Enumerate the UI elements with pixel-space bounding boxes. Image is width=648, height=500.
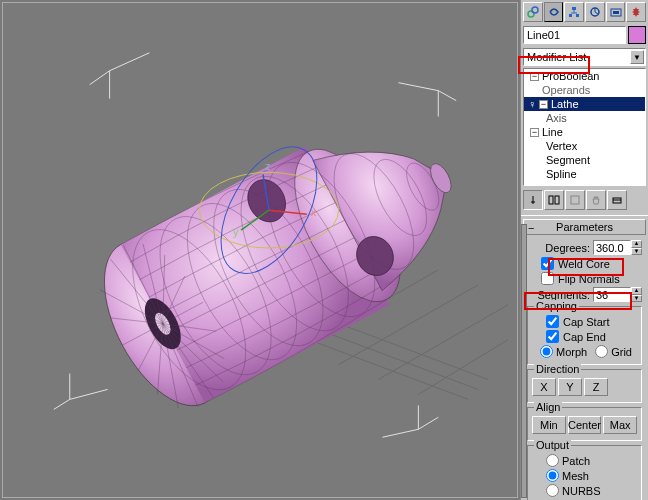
cap-end-row: Cap End [546, 330, 637, 343]
command-panel-tabs [521, 0, 648, 26]
direction-group: Direction X Y Z [527, 369, 642, 403]
degrees-input[interactable] [593, 240, 631, 255]
cap-start-row: Cap Start [546, 315, 637, 328]
hierarchy-tab-icon[interactable] [564, 2, 584, 22]
direction-x-button[interactable]: X [532, 378, 556, 396]
collapse-icon[interactable]: − [530, 72, 539, 81]
cap-start-checkbox[interactable] [546, 315, 559, 328]
svg-rect-57 [549, 196, 553, 204]
align-max-button[interactable]: Max [603, 416, 637, 434]
display-tab-icon[interactable] [606, 2, 626, 22]
stack-sub-segment[interactable]: Segment [524, 153, 645, 167]
stack-sub-operands[interactable]: Operands [524, 83, 645, 97]
grid-radio[interactable] [595, 345, 608, 358]
weld-core-checkbox[interactable] [541, 257, 554, 270]
svg-text:x: x [311, 206, 317, 218]
weld-core-row: Weld Core [541, 257, 642, 270]
svg-rect-53 [576, 14, 579, 17]
cap-end-checkbox[interactable] [546, 330, 559, 343]
flip-normals-checkbox[interactable] [541, 272, 554, 285]
mesh-radio[interactable] [546, 469, 559, 482]
direction-y-button[interactable]: Y [558, 378, 582, 396]
align-group: Align Min Center Max [527, 407, 642, 441]
stack-sub-axis[interactable]: Axis [524, 111, 645, 125]
svg-rect-51 [572, 7, 576, 10]
stack-sub-vertex[interactable]: Vertex [524, 139, 645, 153]
modifier-list-label: Modifier List [527, 51, 586, 63]
spinner-down-icon[interactable]: ▼ [631, 248, 642, 256]
svg-line-2 [329, 320, 488, 380]
nurbs-radio[interactable] [546, 484, 559, 497]
direction-z-button[interactable]: Z [584, 378, 608, 396]
parameters-rollout: − Parameters Degrees: ▲▼ Weld Core Flip … [523, 219, 646, 500]
panel-scrollbar[interactable] [521, 224, 527, 498]
parameters-rollout-header[interactable]: − Parameters [523, 219, 646, 235]
svg-rect-56 [613, 11, 619, 14]
svg-line-0 [309, 340, 468, 400]
svg-rect-52 [569, 14, 572, 17]
align-min-button[interactable]: Min [532, 416, 566, 434]
make-unique-icon[interactable] [565, 190, 585, 210]
pin-stack-icon[interactable] [523, 190, 543, 210]
segments-spinner[interactable]: ▲▼ [593, 287, 642, 302]
command-panel: Line01 Modifier List ▼ − ProBoolean Oper… [520, 0, 648, 500]
stack-item-proboolean[interactable]: − ProBoolean [524, 69, 645, 83]
svg-text:y: y [233, 226, 239, 238]
spinner-up-icon[interactable]: ▲ [631, 287, 642, 295]
morph-radio[interactable] [540, 345, 553, 358]
svg-line-1 [319, 330, 478, 390]
patch-radio[interactable] [546, 454, 559, 467]
morph-radio-label[interactable]: Morph [540, 345, 587, 358]
svg-point-50 [532, 7, 538, 13]
degrees-row: Degrees: ▲▼ [527, 240, 642, 255]
spinner-down-icon[interactable]: ▼ [631, 295, 642, 303]
svg-rect-58 [555, 196, 559, 204]
stack-item-line[interactable]: − Line [524, 125, 645, 139]
capping-group: Capping Cap Start Cap End Morph Grid [527, 306, 642, 365]
modifier-list-dropdown[interactable]: Modifier List ▼ [523, 48, 646, 66]
remove-modifier-icon[interactable] [586, 190, 606, 210]
modifier-stack[interactable]: − ProBoolean Operands ♀ − Lathe Axis − L… [523, 68, 646, 186]
bulb-icon: ♀ [528, 98, 536, 110]
model-3d: x z y [10, 10, 508, 490]
align-center-button[interactable]: Center [568, 416, 602, 434]
object-color-swatch[interactable] [628, 26, 646, 44]
svg-line-6 [418, 340, 508, 395]
collapse-icon[interactable]: − [530, 128, 539, 137]
show-end-result-icon[interactable] [544, 190, 564, 210]
svg-line-5 [379, 305, 508, 380]
object-name-field[interactable]: Line01 [523, 26, 626, 44]
spinner-up-icon[interactable]: ▲ [631, 240, 642, 248]
grid-radio-label[interactable]: Grid [595, 345, 632, 358]
minus-icon: − [528, 221, 534, 235]
collapse-icon[interactable]: − [539, 100, 548, 109]
stack-item-lathe[interactable]: ♀ − Lathe [524, 97, 645, 111]
motion-tab-icon[interactable] [585, 2, 605, 22]
svg-text:z: z [265, 160, 271, 172]
segments-input[interactable] [593, 287, 631, 302]
svg-rect-59 [571, 196, 579, 204]
output-group: Output Patch Mesh NURBS [527, 445, 642, 500]
modify-tab-icon[interactable] [544, 2, 564, 22]
degrees-spinner[interactable]: ▲▼ [593, 240, 642, 255]
viewport[interactable]: x z y [0, 0, 520, 500]
utilities-tab-icon[interactable] [626, 2, 646, 22]
stack-toolbar [521, 188, 648, 212]
stack-sub-spline[interactable]: Spline [524, 167, 645, 181]
configure-sets-icon[interactable] [607, 190, 627, 210]
flip-normals-row: Flip Normals [541, 272, 642, 285]
create-tab-icon[interactable] [523, 2, 543, 22]
chevron-down-icon: ▼ [630, 50, 644, 64]
